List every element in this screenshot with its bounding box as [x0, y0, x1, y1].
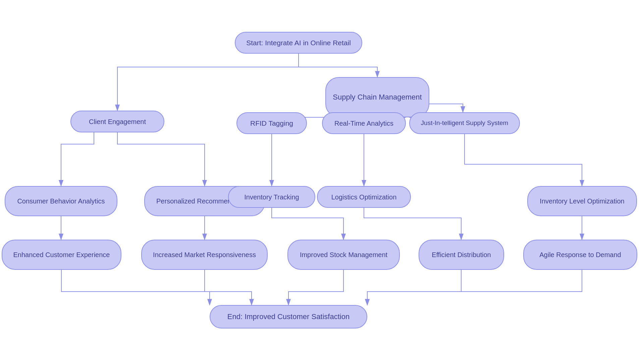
node-consumer-behavior: Consumer Behavior Analytics	[5, 186, 117, 216]
node-efficient-dist: Efficient Distribution	[419, 240, 504, 270]
node-improved-stock: Improved Stock Management	[287, 240, 400, 270]
node-end: End: Improved Customer Satisfaction	[210, 305, 367, 328]
node-just-intelligent: Just-In-telligent Supply System	[409, 112, 520, 134]
node-rfid-tagging: RFID Tagging	[236, 112, 307, 134]
diagram-container: Start: Integrate AI in Online Retail Cli…	[0, 0, 644, 362]
node-inventory-tracking: Inventory Tracking	[228, 186, 315, 208]
node-inventory-level: Inventory Level Optimization	[527, 186, 637, 216]
node-client-engagement: Client Engagement	[70, 111, 164, 132]
node-logistics-opt: Logistics Optimization	[317, 186, 411, 208]
node-supply-chain: Supply Chain Management	[325, 77, 429, 117]
node-real-time-analytics: Real-Time Analytics	[322, 112, 406, 134]
node-increased-market: Increased Market Responsiveness	[141, 240, 268, 270]
node-agile-response: Agile Response to Demand	[523, 240, 637, 270]
node-enhanced-customer: Enhanced Customer Experience	[2, 240, 121, 270]
node-start: Start: Integrate AI in Online Retail	[235, 32, 362, 54]
